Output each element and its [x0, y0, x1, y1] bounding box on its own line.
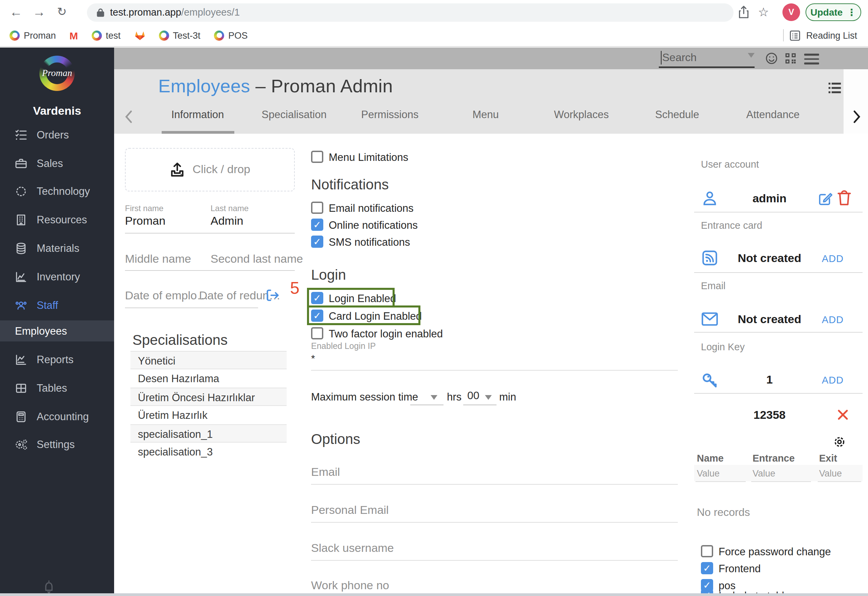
proman-favicon — [92, 30, 102, 40]
email-field[interactable]: Email — [311, 466, 340, 479]
email-notifications-checkbox[interactable] — [311, 202, 323, 214]
specialisation-row[interactable]: Desen Hazırlama — [130, 369, 287, 388]
sms-notifications-label: SMS notifications — [329, 236, 410, 248]
table-filter-exit[interactable]: Value — [819, 468, 842, 479]
sidebar-item-materials[interactable]: Materials — [0, 237, 114, 260]
sidebar-item-settings[interactable]: Settings — [0, 433, 114, 456]
tab-menu[interactable]: Menu — [472, 109, 499, 126]
menu-limitations-checkbox[interactable] — [311, 151, 323, 163]
bookmark-star-icon[interactable]: ☆ — [758, 0, 769, 24]
menu-hamburger-icon[interactable] — [804, 54, 819, 65]
session-min-dropdown[interactable] — [485, 395, 492, 400]
search-input[interactable]: Search — [659, 49, 754, 68]
slack-username-underline — [311, 560, 678, 561]
bookmark-test-3t[interactable]: Test-3t — [158, 30, 200, 40]
sidebar-item-reports[interactable]: Reports — [0, 348, 114, 371]
divider — [694, 272, 862, 273]
tab-schedule[interactable]: Schedule — [655, 109, 699, 126]
specialisation-row[interactable]: Üretim Hazırlık — [130, 406, 287, 424]
session-hrs-dropdown[interactable] — [430, 395, 438, 400]
sidebar-item-technology[interactable]: Technology — [0, 180, 114, 203]
options-title: Options — [311, 431, 360, 447]
tab-specialisation[interactable]: Specialisation — [262, 109, 326, 126]
calculator-icon — [14, 410, 28, 423]
specialisations-list: Yönetici Desen Hazırlama Üretim Öncesi H… — [130, 351, 287, 461]
sidebar-item-employees[interactable]: Employees — [0, 320, 114, 341]
reading-list-label[interactable]: Reading List — [806, 30, 857, 40]
reload-icon[interactable]: ↻ — [57, 0, 67, 24]
sidebar-item-inventory[interactable]: Inventory — [0, 266, 114, 289]
work-phone-field[interactable]: Work phone no — [311, 579, 389, 593]
edit-user-icon[interactable] — [818, 191, 833, 207]
slack-username-field[interactable]: Slack username — [311, 542, 394, 555]
sidebar-item-staff[interactable]: Staff — [0, 294, 114, 317]
sidebar: Proman Vardenis Orders Sales Technology … — [0, 47, 114, 596]
annotation-box-login-enabled — [307, 288, 395, 307]
share-icon[interactable] — [738, 6, 750, 19]
bookmark-gitlab[interactable] — [134, 30, 145, 40]
tab-attendance[interactable]: Attendance — [747, 109, 800, 126]
sms-notifications-checkbox[interactable] — [311, 236, 323, 248]
table-filter-entrance[interactable]: Value — [753, 468, 775, 479]
search-dropdown-icon[interactable] — [748, 53, 754, 58]
sidebar-item-tables[interactable]: Tables — [0, 377, 114, 400]
sidebar-item-accounting[interactable]: Accounting — [0, 405, 114, 428]
qr-code-icon[interactable] — [784, 52, 797, 65]
url-text[interactable]: test.proman.app/employees/1 — [110, 3, 240, 22]
back-icon[interactable]: ← — [9, 0, 22, 24]
specialisation-row[interactable]: Üretim Öncesi Hazırlıklar — [130, 388, 287, 406]
personal-email-field[interactable]: Personal Email — [311, 504, 389, 517]
specialisation-row[interactable]: Yönetici — [130, 351, 287, 369]
second-last-name-field[interactable]: Second last name — [210, 252, 303, 266]
email-add-button[interactable]: ADD — [822, 314, 844, 325]
tab-permissions[interactable]: Permissions — [361, 109, 419, 126]
delete-user-icon[interactable] — [837, 189, 852, 207]
tabs-scroll-left-icon[interactable] — [125, 110, 132, 124]
specialisation-row[interactable]: specialisation_1 — [130, 424, 287, 443]
bookmark-gmail[interactable]: M — [69, 30, 78, 41]
notifications-bell-icon[interactable] — [41, 580, 56, 595]
online-notifications-checkbox[interactable] — [311, 218, 323, 231]
session-hrs-underline — [410, 404, 444, 405]
sidebar-item-orders[interactable]: Orders — [0, 124, 114, 147]
page-title-link[interactable]: Employees — [158, 76, 250, 96]
tabs-scroll-right-icon[interactable] — [853, 110, 861, 124]
force-password-change-checkbox[interactable] — [701, 545, 713, 557]
list-view-icon[interactable] — [827, 81, 842, 95]
bookmark-pos[interactable]: POS — [214, 30, 248, 40]
session-min-value[interactable]: 00 — [467, 389, 479, 402]
lock-icon — [96, 8, 105, 17]
tab-workplaces[interactable]: Workplaces — [554, 109, 609, 126]
key-settings-gear-icon[interactable] — [831, 434, 847, 450]
login-key-add-button[interactable]: ADD — [822, 375, 844, 385]
tab-information[interactable]: Information — [171, 109, 224, 126]
bookmark-test[interactable]: test — [92, 30, 121, 40]
enabled-login-ip-field[interactable]: * — [311, 352, 315, 364]
table-filter-name[interactable]: Value — [697, 468, 720, 479]
first-name-field[interactable]: Proman — [125, 214, 166, 228]
bookmark-proman[interactable]: Proman — [9, 30, 56, 40]
specialisation-row[interactable]: specialisation_3 — [130, 443, 287, 461]
browser-profile-avatar[interactable]: V — [782, 3, 800, 21]
dismiss-employee-icon[interactable] — [265, 288, 280, 303]
forward-icon[interactable]: → — [33, 0, 46, 24]
entrance-card-add-button[interactable]: ADD — [822, 253, 844, 264]
middle-name-field[interactable]: Middle name — [125, 252, 191, 266]
photo-upload-dropzone[interactable]: Click / drop — [125, 148, 295, 192]
last-name-field[interactable]: Admin — [210, 214, 243, 228]
browser-update-button[interactable]: Update⋮ — [806, 3, 861, 21]
email-notifications-label: Email notifications — [329, 202, 414, 214]
date-of-employment-field[interactable]: Date of emplo… — [125, 289, 208, 303]
sidebar-item-sales[interactable]: Sales — [0, 152, 114, 175]
app-topbar: Search — [114, 47, 868, 69]
two-factor-login-checkbox[interactable] — [311, 327, 323, 339]
smiley-icon[interactable] — [765, 52, 778, 65]
login-key-count: 1 — [725, 373, 814, 387]
middle-name-underline — [125, 270, 295, 271]
two-factor-login-label: Two factor login enabled — [329, 328, 443, 340]
browser-toolbar: ← → ↻ test.proman.app/employees/1 ☆ V Up… — [0, 0, 868, 24]
remove-key-icon[interactable] — [837, 409, 849, 421]
frontend-checkbox[interactable] — [701, 562, 713, 574]
sidebar-item-resources[interactable]: Resources — [0, 208, 114, 232]
table-header-exit: Exit — [819, 453, 837, 464]
